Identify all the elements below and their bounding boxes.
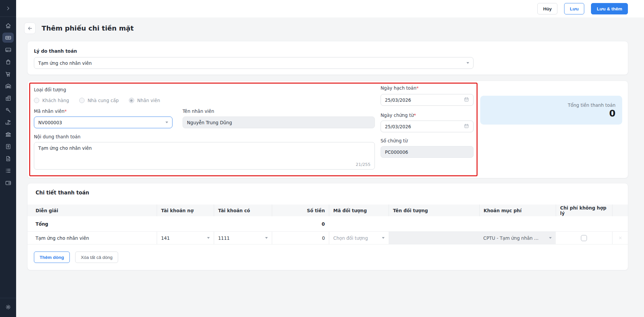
posting-date-value: 25/03/2026 <box>385 97 411 103</box>
sidebar-expand-chevron-right-icon[interactable] <box>2 3 14 13</box>
chevron-down-icon <box>165 122 168 123</box>
home-icon[interactable] <box>2 20 14 31</box>
table-total-row: Tổng 0 <box>28 216 628 232</box>
row-description-cell[interactable]: Tạm ứng cho nhân viên <box>28 232 157 244</box>
office-building-icon[interactable] <box>2 93 14 103</box>
bank-icon[interactable] <box>2 129 14 139</box>
col-header-debit-account: Tài khoản nợ <box>157 205 214 216</box>
object-type-label: Loại đối tượng <box>34 87 66 92</box>
document-number-label: Số chứng từ <box>381 138 408 143</box>
total-row-amount: 0 <box>272 216 329 231</box>
row-invalid-expense-cell <box>556 232 612 244</box>
add-row-button[interactable]: Thêm dòng <box>34 252 70 263</box>
payment-details-table: Diễn giải Tài khoản nợ Tài khoản có Số t… <box>28 205 628 244</box>
radio-employee: Nhân viên <box>129 98 160 103</box>
shopping-bag-icon[interactable] <box>2 57 14 67</box>
radio-supplier-label: Nhà cung cấp <box>88 98 119 103</box>
employee-code-label: Mã nhân viên* <box>34 108 67 114</box>
employee-name-value: Nguyễn Trung Dũng <box>187 120 232 125</box>
row-actions-cell <box>612 232 628 244</box>
table-header-row: Diễn giải Tài khoản nợ Tài khoản có Số t… <box>28 205 628 216</box>
col-header-object-name: Tên đối tượng <box>389 205 479 216</box>
cancel-button[interactable]: Hủy <box>537 3 557 14</box>
object-type-radio-group: Khách hàng Nhà cung cấp Nhân viên <box>34 98 160 103</box>
posting-date-input[interactable]: 25/03/2026 <box>381 94 474 106</box>
radio-supplier: Nhà cung cấp <box>79 98 119 103</box>
required-asterisk: * <box>64 108 67 114</box>
required-asterisk: * <box>414 112 416 118</box>
voucher-info-card: Loại đối tượng Khách hàng Nhà cung cấp N… <box>27 81 628 178</box>
employee-name-label: Tên nhân viên <box>183 108 214 114</box>
document-number-value: PC000006 <box>385 149 408 155</box>
document-date-label: Ngày chứng từ* <box>381 112 416 118</box>
key-icon[interactable] <box>2 105 14 115</box>
topbar: Hủy Lưu Lưu & thêm <box>16 0 644 17</box>
radio-circle-icon <box>79 98 85 103</box>
warehouse-icon[interactable] <box>2 81 14 91</box>
payment-reason-card: Lý do thanh toán Tạm ứng cho nhân viên <box>27 41 628 75</box>
payment-content-field-wrap: Tạm ứng cho nhân viên 21/255 <box>34 142 375 170</box>
total-amount-box: Tổng tiền thanh toán 0 <box>480 96 622 125</box>
document-date-input[interactable]: 25/03/2026 <box>381 121 474 132</box>
app-window: Hủy Lưu Lưu & thêm Thêm phiếu chi tiền m… <box>0 0 644 317</box>
back-button[interactable] <box>24 22 36 34</box>
page-header: Thêm phiếu chi tiền mặt <box>24 22 134 34</box>
main-content: Thêm phiếu chi tiền mặt Lý do thanh toán… <box>16 17 644 317</box>
chevron-down-icon <box>382 237 385 239</box>
row-object-name-cell <box>389 232 479 244</box>
payment-details-card: Chi tiết thanh toán Diễn giải Tài khoản … <box>27 183 628 270</box>
cash-book-icon[interactable] <box>2 141 14 151</box>
col-header-description: Diễn giải <box>28 205 157 216</box>
expense-item-value: CPTU - Tạm ứng nhân viên <box>483 235 541 241</box>
shopping-cart-icon[interactable] <box>2 69 14 79</box>
document-number-field: PC000006 <box>381 146 474 158</box>
list-icon[interactable] <box>2 166 14 176</box>
chevron-down-icon <box>466 62 469 64</box>
radio-selected-icon <box>129 98 134 103</box>
settings-gear-icon[interactable] <box>2 302 14 312</box>
hand-coins-icon[interactable] <box>2 117 14 127</box>
chevron-down-icon <box>549 237 552 239</box>
debit-account-value: 141 <box>161 235 170 241</box>
total-amount-label: Tổng tiền thanh toán <box>568 102 615 108</box>
radio-customer: Khách hàng <box>34 98 69 103</box>
document-date-value: 25/03/2026 <box>385 124 411 129</box>
page-title: Thêm phiếu chi tiền mặt <box>42 24 134 32</box>
radio-circle-icon <box>34 98 39 103</box>
payment-content-textarea[interactable]: Tạm ứng cho nhân viên <box>34 142 375 161</box>
char-counter: 21/255 <box>356 162 370 167</box>
employee-code-select[interactable]: NV000003 <box>34 117 172 128</box>
row-object-code-select[interactable]: Chọn đối tượng <box>329 232 389 244</box>
payment-content-label: Nội dung thanh toán <box>34 134 81 139</box>
payment-reason-value: Tạm ứng cho nhân viên <box>38 60 92 66</box>
delete-all-rows-button[interactable]: Xóa tất cả dòng <box>75 252 118 263</box>
payment-reason-select[interactable]: Tạm ứng cho nhân viên <box>34 57 474 69</box>
chevron-down-icon <box>265 237 268 239</box>
row-credit-account-select[interactable]: 1111 <box>214 232 272 244</box>
row-debit-account-select[interactable]: 141 <box>157 232 214 244</box>
row-expense-item-select: CPTU - Tạm ứng nhân viên <box>479 232 556 244</box>
delete-row-x-icon[interactable] <box>612 236 628 240</box>
posting-date-label: Ngày hạch toán* <box>381 85 418 91</box>
save-and-add-button[interactable]: Lưu & thêm <box>591 3 628 14</box>
calendar-icon[interactable] <box>464 123 469 130</box>
col-header-expense-item: Khoản mục phí <box>479 205 556 216</box>
details-section-title: Chi tiết thanh toán <box>36 190 89 196</box>
required-asterisk: * <box>416 85 419 91</box>
col-header-credit-account: Tài khoản có <box>214 205 272 216</box>
wallet-icon[interactable] <box>2 178 14 188</box>
save-button[interactable]: Lưu <box>564 3 584 14</box>
chevron-down-icon <box>207 237 210 239</box>
employee-name-field: Nguyễn Trung Dũng <box>183 117 375 128</box>
employee-code-value: NV000003 <box>38 120 62 125</box>
row-amount-cell[interactable]: 0 <box>272 232 329 244</box>
table-actions: Thêm dòng Xóa tất cả dòng <box>34 252 118 263</box>
object-code-placeholder: Chọn đối tượng <box>333 235 368 241</box>
credit-account-value: 1111 <box>218 235 230 241</box>
cash-icon[interactable] <box>2 33 14 43</box>
document-icon[interactable] <box>2 153 14 164</box>
credit-card-icon[interactable] <box>2 45 14 55</box>
calendar-icon[interactable] <box>464 97 469 103</box>
invalid-expense-checkbox[interactable] <box>581 235 587 241</box>
col-header-object-code: Mã đối tượng <box>329 205 389 216</box>
